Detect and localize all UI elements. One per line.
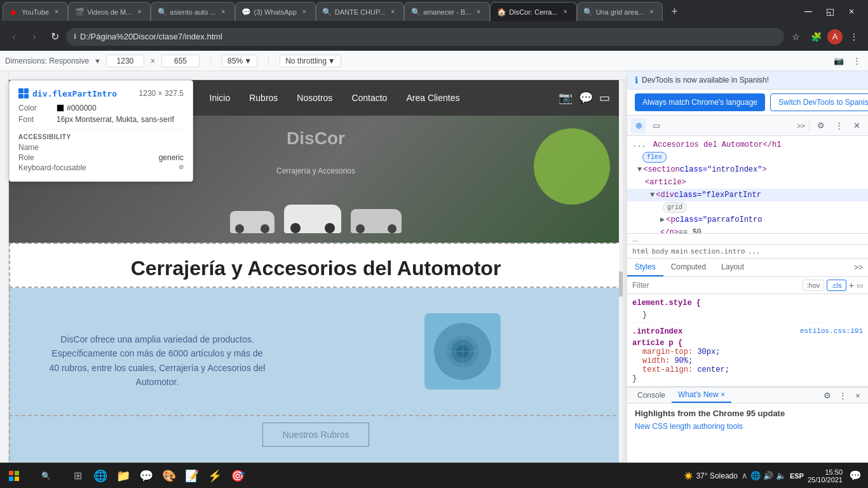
match-language-button[interactable]: Always match Chrome's language <box>635 93 765 111</box>
extensions-button[interactable]: 🧩 <box>807 28 825 46</box>
tab-videos-close[interactable]: × <box>135 8 144 17</box>
add-style-button[interactable]: + <box>849 280 854 290</box>
introindex-link[interactable]: estilos.css:191 <box>800 325 863 338</box>
nav-inicio[interactable]: Inicio <box>210 93 231 103</box>
bottom-more-icon[interactable]: ⋮ <box>836 389 849 402</box>
breadcrumb-html[interactable]: html <box>632 247 649 255</box>
menu-button[interactable]: ⋮ <box>845 28 863 46</box>
nav-contacto[interactable]: Contacto <box>351 93 387 103</box>
whats-new-item-1[interactable]: New CSS length authoring tools <box>635 421 860 432</box>
chevron-up-icon[interactable]: ∧ <box>742 471 748 480</box>
div-collapse[interactable]: ▼ <box>650 189 654 201</box>
breadcrumb-section[interactable]: section.intro <box>691 247 745 255</box>
volume-icon[interactable]: 🔊 <box>763 471 773 480</box>
notifications-button[interactable]: 💬 <box>846 467 864 485</box>
tab-grid[interactable]: 🔍 Una grid area... × <box>577 2 663 21</box>
taskbar-search[interactable]: 🔍 <box>27 466 65 486</box>
tab-layout[interactable]: Layout <box>714 259 752 276</box>
website-scroll-thumb[interactable] <box>619 271 623 297</box>
more-tools-button[interactable]: >> <box>797 122 805 130</box>
breadcrumb-body[interactable]: body <box>652 247 669 255</box>
taskbar-word[interactable]: 📝 <box>182 466 202 486</box>
bottom-settings-icon[interactable]: ⚙ <box>821 389 834 402</box>
tab-dante[interactable]: 🔍 DANTE CHUP... × <box>316 2 404 21</box>
code-line-div-selected[interactable]: ▼ <div class= "flexPartIntr <box>627 189 868 201</box>
styles-more-tabs[interactable]: >> <box>849 259 868 276</box>
forward-button[interactable]: › <box>25 28 43 46</box>
nav-nosotros[interactable]: Nosotros <box>297 93 332 103</box>
tab-discor[interactable]: 🏠 DisCor: Cerra... × <box>490 2 576 21</box>
weather-text: 37° Soleado <box>696 471 738 480</box>
bottom-close-icon[interactable]: × <box>851 389 864 402</box>
taskbar-discord[interactable]: 💬 <box>136 466 156 486</box>
tab-amanecer-close[interactable]: × <box>474 8 483 17</box>
breadcrumb-main[interactable]: main <box>671 247 688 255</box>
nav-area-clientes[interactable]: Area Clientes <box>406 93 459 103</box>
tab-console[interactable]: Console <box>631 388 672 402</box>
close-button[interactable]: × <box>843 3 860 20</box>
tooltip-acc-role: Role generic <box>18 153 184 162</box>
menu-icon[interactable]: ▭ <box>599 91 610 105</box>
dock-button[interactable]: ✕ <box>849 118 864 133</box>
section-collapse[interactable]: ▼ <box>637 164 642 175</box>
tab-amanecer[interactable]: 🔍 amanecer - B... × <box>404 2 490 21</box>
cls-button[interactable]: .cls <box>827 280 846 291</box>
zoom-button[interactable]: 85% ▼ <box>222 55 257 67</box>
taskbar-task-view[interactable]: ⊞ <box>67 466 88 486</box>
hover-cls-button[interactable]: :hov <box>803 280 825 291</box>
tab-dante-close[interactable]: × <box>388 8 397 17</box>
address-bar[interactable]: ℹ D:/Página%20Discor/clase7/index.html <box>66 28 784 46</box>
tab-discor-close[interactable]: × <box>561 8 570 17</box>
taskbar-language[interactable]: ESP <box>790 472 804 480</box>
tab-asiento-close[interactable]: × <box>219 8 228 17</box>
styles-filter-input[interactable] <box>632 281 800 290</box>
taskbar-another[interactable]: 🎯 <box>227 466 248 486</box>
throttle-button[interactable]: No throttling ▼ <box>280 55 341 67</box>
taskbar-photoshop[interactable]: 🎨 <box>159 466 179 486</box>
restore-button[interactable]: ◱ <box>821 3 839 20</box>
more-options-button[interactable]: ⋮ <box>831 118 846 133</box>
tab-whatsapp[interactable]: 💬 (3) WhatsApp × <box>235 2 316 21</box>
taskbar-clock[interactable]: 15:50 25/10/2021 <box>808 468 843 484</box>
inspect-element-button[interactable]: ⊕ <box>631 118 646 133</box>
back-button[interactable]: ‹ <box>5 28 23 46</box>
p-collapse[interactable]: ▶ <box>660 214 665 226</box>
instagram-icon[interactable]: 📷 <box>559 91 573 105</box>
width-input[interactable] <box>106 55 144 67</box>
car-2 <box>284 205 341 233</box>
refresh-button[interactable]: ↻ <box>46 28 64 46</box>
more-options-icon[interactable]: ⋮ <box>850 55 863 67</box>
whatsapp-icon[interactable]: 💬 <box>579 91 593 105</box>
tab-videos[interactable]: 🎬 Videos de M... × <box>68 2 151 21</box>
layout-icon[interactable]: ▭ <box>857 281 863 290</box>
height-input[interactable] <box>161 55 200 67</box>
minimize-button[interactable]: ─ <box>799 3 817 20</box>
new-tab-button[interactable]: + <box>665 3 683 20</box>
tab-grid-close[interactable]: × <box>647 8 656 17</box>
tab-whats-new[interactable]: What's New × <box>672 388 731 403</box>
tab-styles[interactable]: Styles <box>627 259 663 276</box>
tab-asiento[interactable]: 🔍 asiento auto ... × <box>151 2 234 21</box>
tab-whatsapp-close[interactable]: × <box>300 8 309 17</box>
taskbar-vscode[interactable]: ⚡ <box>205 466 225 486</box>
switch-devtools-button[interactable]: Switch DevTools to Spanish <box>770 93 868 111</box>
tab-youtube-close[interactable]: × <box>52 8 61 17</box>
profile-button[interactable]: A <box>827 29 843 44</box>
device-toggle-button[interactable]: ▭ <box>649 118 664 133</box>
settings-button[interactable]: ⚙ <box>813 118 829 133</box>
taskbar-explorer[interactable]: 📁 <box>113 466 133 486</box>
tab-computed[interactable]: Computed <box>663 259 714 276</box>
website-scrollbar[interactable] <box>619 80 623 463</box>
screenshot-icon[interactable]: 📷 <box>832 55 845 67</box>
dimensions-dropdown[interactable]: ▼ <box>94 57 101 65</box>
taskbar-weather[interactable]: ☀️ 37° Soleado <box>684 471 738 480</box>
rubros-button[interactable]: Nuestros Rubros <box>262 423 369 447</box>
tab-youtube[interactable]: ▶ YouTube × <box>3 2 68 21</box>
nav-rubros[interactable]: Rubros <box>249 93 278 103</box>
taskbar-chrome[interactable]: 🌐 <box>90 466 111 486</box>
speaker-icon[interactable]: 🔈 <box>776 471 786 480</box>
breadcrumb-more[interactable]: ... <box>748 247 761 255</box>
network-icon[interactable]: 🌐 <box>750 471 761 480</box>
start-button[interactable] <box>4 466 24 486</box>
bookmark-button[interactable]: ☆ <box>787 28 804 46</box>
